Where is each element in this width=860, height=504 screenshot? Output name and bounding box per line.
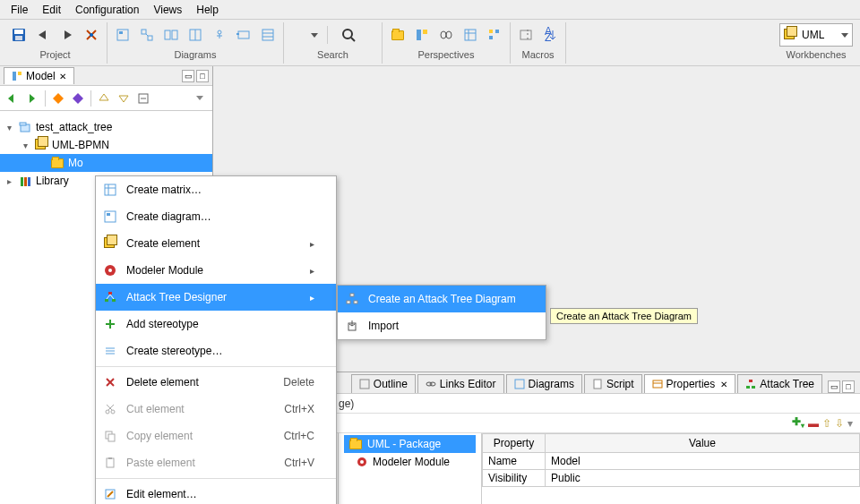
twisty-icon[interactable]: ▾ [23, 141, 34, 150]
persp-btn-5[interactable] [483, 23, 506, 47]
ctx-create-element[interactable]: Create element▸ [96, 230, 336, 257]
ctx-create-stereotype[interactable]: Create stereotype… [96, 337, 336, 364]
persp-btn-3[interactable] [434, 23, 458, 47]
menu-views[interactable]: Views [146, 2, 189, 18]
diagram-btn-1[interactable] [111, 23, 134, 47]
tree-label: UML-BPMN [52, 139, 109, 151]
search-button[interactable] [337, 23, 360, 47]
svg-rect-84 [108, 457, 112, 459]
ctx-create-attack-tree-diagram[interactable]: Create an Attack Tree Diagram [338, 286, 546, 312]
diagram-btn-7[interactable] [256, 23, 280, 47]
toolbar-group-workbenches: UML Workbenches [776, 22, 856, 64]
table-row[interactable]: VisibilityPublic [483, 470, 860, 487]
menu-label: Copy element [126, 430, 193, 442]
nav-fwd-icon[interactable] [23, 90, 41, 107]
ctx-paste[interactable]: Paste elementCtrl+V [96, 449, 336, 476]
maximize-icon[interactable]: □ [842, 380, 855, 393]
table-row[interactable]: NameModel [483, 453, 860, 470]
ctx-create-diagram[interactable]: Create diagram… [96, 203, 336, 230]
prop-name: Visibility [483, 470, 546, 487]
tab-attack-tree[interactable]: Attack Tree [737, 374, 822, 393]
menu-label: Attack Tree Designer [126, 291, 227, 303]
svg-rect-53 [749, 380, 752, 382]
model-tab[interactable]: Model ✕ [4, 67, 74, 84]
svg-point-13 [218, 30, 221, 34]
diagram-btn-6[interactable] [232, 23, 255, 47]
persp-btn-4[interactable] [459, 23, 482, 47]
maximize-icon[interactable]: □ [196, 70, 209, 82]
menu-help[interactable]: Help [189, 2, 226, 18]
svg-rect-44 [24, 177, 27, 186]
menu-icon[interactable]: ▾ [847, 417, 853, 430]
menu-file[interactable]: File [4, 2, 35, 18]
save-button[interactable] [7, 23, 30, 47]
prop-value[interactable]: Model [546, 453, 860, 470]
tree-item-model[interactable]: ▸ Mo [0, 154, 212, 172]
diagram-btn-2[interactable] [135, 23, 159, 47]
svg-line-68 [107, 295, 110, 299]
svg-rect-42 [20, 123, 26, 125]
pin-icon[interactable]: ✕ [59, 72, 66, 81]
stereotype-icon [103, 344, 117, 358]
twisty-icon[interactable]: ▾ [7, 123, 18, 132]
persp-btn-1[interactable] [386, 23, 409, 47]
minimize-icon[interactable]: ▭ [182, 70, 194, 82]
separator [96, 366, 336, 367]
diagram-btn-5[interactable] [208, 23, 231, 47]
add-stereotype-icon [103, 317, 117, 331]
minimize-icon[interactable]: ▭ [828, 380, 840, 393]
persp-btn-2[interactable] [410, 23, 434, 47]
ctx-edit-element[interactable]: Edit element… [96, 481, 336, 504]
menubar: File Edit Configuration Views Help [0, 0, 860, 20]
macros-btn-2[interactable]: AZ [538, 23, 562, 47]
ctx-cut[interactable]: Cut elementCtrl+X [96, 396, 336, 423]
tab-outline[interactable]: Outline [351, 374, 416, 393]
diamond-icon-2[interactable] [69, 90, 87, 107]
ctx-attack-tree-designer[interactable]: Attack Tree Designer▸ [96, 284, 336, 311]
diagram-btn-4[interactable] [184, 23, 207, 47]
macros-btn-1[interactable]: ⋮⋮ [514, 23, 538, 47]
ctx-delete[interactable]: Delete elementDelete [96, 369, 336, 396]
cut-icon [103, 402, 117, 416]
tab-properties[interactable]: Properties✕ [644, 374, 736, 393]
tab-diagrams[interactable]: Diagrams [506, 374, 582, 393]
ctx-add-stereotype[interactable]: Add stereotype [96, 311, 336, 337]
tab-script[interactable]: Script [584, 374, 642, 393]
diagram-btn-3[interactable] [159, 23, 183, 47]
selector-modeler-module[interactable]: Modeler Module [344, 453, 476, 471]
uml-cube-icon [784, 29, 796, 41]
diamond-icon-1[interactable] [49, 90, 67, 107]
selector-uml-package[interactable]: UML - Package [344, 435, 476, 453]
prop-value[interactable]: Public [546, 470, 860, 487]
nav-back-icon[interactable] [4, 90, 22, 107]
menu-label: Cut element [126, 403, 185, 415]
svg-rect-51 [653, 380, 662, 388]
tools-button[interactable] [80, 23, 103, 47]
remove-icon[interactable]: ▬ [808, 417, 819, 430]
twisty-icon[interactable]: ▸ [7, 176, 18, 186]
menu-configuration[interactable]: Configuration [68, 2, 146, 18]
tab-links[interactable]: Links Editor [417, 374, 504, 393]
down-icon[interactable]: ⇩ [835, 417, 844, 430]
svg-point-57 [360, 460, 364, 464]
tree-item-root[interactable]: ▾ test_attack_tree [0, 118, 212, 136]
collapse-icon[interactable] [134, 90, 152, 107]
menu-chevron-icon[interactable] [191, 90, 209, 107]
arrow-up-icon[interactable] [95, 90, 113, 107]
pin-icon[interactable]: ✕ [720, 380, 727, 389]
ctx-import[interactable]: Import [338, 312, 546, 339]
menu-label: Create stereotype… [126, 345, 222, 357]
arrow-down-icon[interactable] [115, 90, 133, 107]
workbench-selector[interactable]: UML [779, 23, 853, 47]
undo-button[interactable] [31, 23, 55, 47]
col-value: Value [546, 434, 860, 453]
menu-edit[interactable]: Edit [35, 2, 68, 18]
ctx-copy[interactable]: Copy elementCtrl+C [96, 423, 336, 449]
dropdown-button[interactable] [306, 23, 322, 47]
add-icon[interactable]: ✚▾ [792, 415, 804, 430]
ctx-modeler-module[interactable]: Modeler Module▸ [96, 257, 336, 284]
redo-button[interactable] [56, 23, 79, 47]
ctx-create-matrix[interactable]: Create matrix… [96, 176, 336, 203]
up-icon[interactable]: ⇧ [822, 417, 831, 430]
tree-item-uml[interactable]: ▾ UML-BPMN [0, 136, 212, 154]
